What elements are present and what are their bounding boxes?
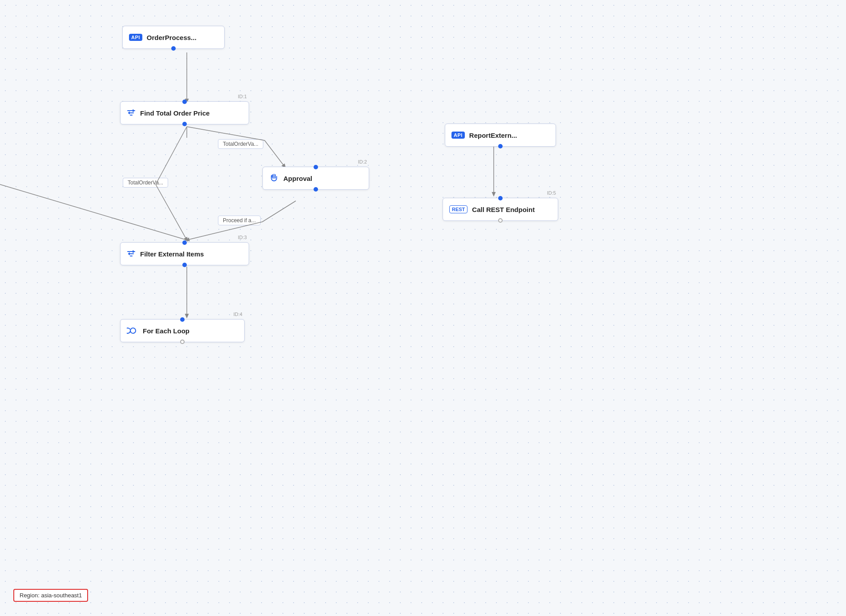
svg-line-2 [0, 184, 187, 240]
foreach-output-dot [180, 340, 185, 344]
order-process-output-dot [171, 46, 176, 51]
api-badge-2: API [451, 132, 465, 139]
approval-input-dot [314, 165, 318, 169]
filter-icon-1 [127, 108, 136, 117]
filter-output-dot [182, 263, 187, 267]
for-each-label: For Each Loop [143, 327, 189, 335]
total-order-va-label-2: TotalOrderVa... [123, 178, 168, 188]
find-total-order-price-node[interactable]: ID:1 Find Total Order Price [120, 101, 249, 124]
filter-external-label: Filter External Items [140, 250, 204, 258]
api-badge: API [129, 34, 142, 41]
report-output-dot [498, 144, 503, 148]
approval-node[interactable]: ID:2 Approval [262, 167, 369, 190]
node-id-2: ID:2 [358, 159, 367, 164]
for-each-loop-node[interactable]: ID:4 For Each Loop [120, 319, 245, 342]
call-rest-endpoint-node[interactable]: ID:5 REST Call REST Endpoint [443, 198, 558, 221]
hand-icon [269, 173, 279, 183]
node-id-5: ID:5 [547, 190, 556, 196]
workflow-canvas: API OrderProcess... ID:1 Find Total Orde… [0, 0, 846, 616]
order-process-label: OrderProcess... [147, 34, 197, 41]
filter-icon-2 [127, 249, 136, 258]
find-total-output-dot [182, 122, 187, 126]
region-badge: Region: asia-southeast1 [13, 589, 88, 602]
node-id-1: ID:1 [238, 94, 247, 99]
report-extern-node[interactable]: API ReportExtern... [445, 124, 556, 147]
foreach-input-dot [180, 317, 185, 322]
call-rest-label: Call REST Endpoint [472, 206, 535, 213]
connection-lines [0, 0, 846, 616]
approval-label: Approval [283, 175, 312, 182]
filter-external-items-node[interactable]: ID:3 Filter External Items [120, 242, 249, 265]
filter-input-dot [182, 240, 187, 245]
find-total-label: Find Total Order Price [140, 109, 209, 117]
loop-icon [127, 327, 138, 334]
rest-output-dot [498, 218, 503, 223]
region-label: Region: asia-southeast1 [20, 592, 82, 599]
node-id-3: ID:3 [238, 235, 247, 240]
find-total-input-dot [182, 100, 187, 104]
rest-input-dot [498, 196, 503, 200]
rest-badge: REST [449, 205, 467, 213]
svg-line-3 [156, 184, 187, 240]
order-process-node[interactable]: API OrderProcess... [122, 26, 225, 49]
node-id-4: ID:4 [234, 312, 242, 317]
proceed-if-label: Proceed if a... [218, 216, 261, 225]
total-order-va-label-1: TotalOrderVa... [218, 139, 263, 149]
approval-output-dot [314, 187, 318, 192]
report-extern-label: ReportExtern... [469, 132, 517, 139]
